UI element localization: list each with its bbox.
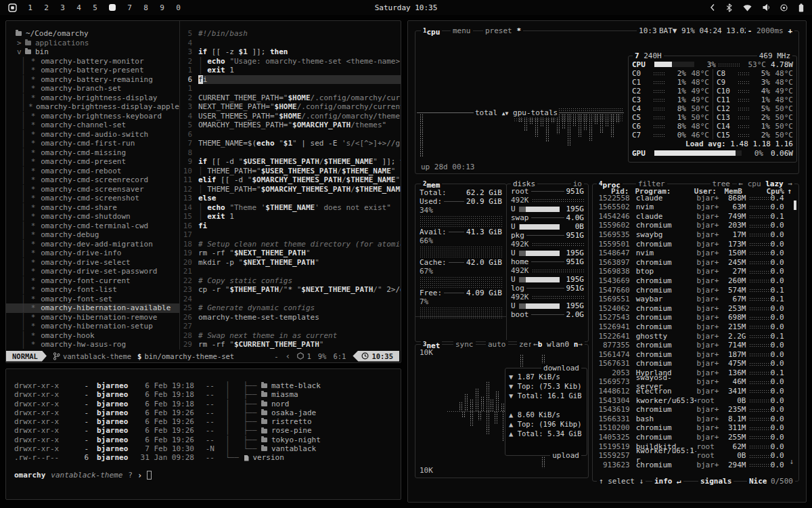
- code-line[interactable]: 12│ THEME_PATH="$OMARCHY_THEMES_PATH/$TH…: [180, 185, 401, 194]
- preset-button[interactable]: preset *: [483, 26, 523, 35]
- filter-button[interactable]: filter: [636, 179, 667, 188]
- code-line[interactable]: 8: [180, 148, 401, 158]
- tree-item[interactable]: │*omarchy-cmd-audio-switch: [6, 130, 179, 140]
- tree-item[interactable]: │*omarchy-drive-select: [6, 258, 179, 268]
- tree-item[interactable]: │*omarchy-cmd-reboot: [6, 167, 179, 176]
- tree-item[interactable]: │*omarchy-cmd-shutdown: [6, 212, 179, 221]
- chevron-icon[interactable]: v: [17, 47, 25, 57]
- tree-item[interactable]: │*omarchy-battery-monitor: [6, 57, 179, 66]
- process-row[interactable]: 1565502nvimbjar+63M0.0: [593, 203, 798, 212]
- code-line[interactable]: 19rm -rf "$NEXT_THEME_PATH": [180, 249, 401, 258]
- process-row[interactable]: 1527543chromiumbjar+698M0.0: [593, 313, 798, 322]
- shell-prompt[interactable]: omarchy vantablack-theme ? ›: [14, 471, 392, 480]
- proc-select-hint[interactable]: ↑ select ↓: [597, 477, 646, 486]
- tree-item[interactable]: │*omarchy-hook: [6, 331, 179, 341]
- cpu-graph-divider-label[interactable]: total ▲▼ gpu-totals: [474, 108, 559, 117]
- cpu-box-title[interactable]: 1cpu: [421, 26, 442, 35]
- tree-item[interactable]: │*omarchy-cmd-missing: [6, 148, 179, 158]
- process-row[interactable]: 1559257kworker/u65:1-rroot0B0.0: [593, 451, 798, 461]
- sort-selector[interactable]: ← cpu lazy →: [737, 179, 795, 188]
- code-line[interactable]: 4: [180, 39, 401, 48]
- code-line[interactable]: 4USER_THEMES_PATH="$HOME/.config/omarchy…: [180, 112, 401, 121]
- code-line[interactable]: 29rm -rf "$CURRENT_THEME_PATH": [180, 340, 401, 350]
- code-line[interactable]: 7THEME_NAME=$(echo "$1" | sed -E 's/<[^>…: [180, 139, 401, 148]
- tree-item[interactable]: │*omarchy-cmd-first-run: [6, 139, 179, 148]
- process-row[interactable]: 1547660chromiumbjar+574M0.1: [593, 286, 798, 295]
- process-row[interactable]: 1526941chromiumbjar+215M0.0: [593, 322, 798, 332]
- tree-item[interactable]: │*omarchy-debug: [6, 230, 179, 240]
- process-row[interactable]: 1569551waybarbjar+67M0.1: [593, 295, 798, 304]
- tree-item[interactable]: │*omarchy-cmd-screensaver: [6, 185, 179, 194]
- tree-item[interactable]: │*omarchy-brightness-display: [6, 93, 179, 103]
- code-line[interactable]: 3if [[ -z $1 ]]; then: [180, 47, 401, 57]
- auto-button[interactable]: auto: [486, 340, 508, 349]
- chevron-icon[interactable]: >: [17, 39, 25, 48]
- process-row[interactable]: 913623chromiumbjar+294M0.0: [593, 461, 798, 470]
- code-line[interactable]: 3NEXT_THEME_PATH="$HOME/.config/omarchy/…: [180, 102, 401, 112]
- workspace-active[interactable]: [109, 4, 116, 11]
- refresh-rate[interactable]: - 2000ms +: [746, 26, 794, 35]
- process-row[interactable]: 1567631chromiumbjar+475M0.0: [593, 359, 798, 368]
- tree-item[interactable]: │*omarchy-cmd-share: [6, 203, 179, 213]
- battery-icon[interactable]: [798, 3, 804, 12]
- tree-item[interactable]: │*omarchy-drive-set-password: [6, 267, 179, 276]
- workspace-1[interactable]: 1: [28, 3, 32, 12]
- code-line[interactable]: 5#!/bin/bash: [180, 29, 401, 39]
- tree-item[interactable]: │*omarchy-brightness-display-apple: [6, 102, 179, 112]
- code-line[interactable]: 17: [180, 230, 401, 240]
- io-toggle[interactable]: io: [571, 179, 584, 188]
- tree-item[interactable]: │*omarchy-cmd-screenshot: [6, 194, 179, 203]
- process-row[interactable]: 1569535swaybgbjar+17M0.0: [593, 230, 798, 240]
- sync-button[interactable]: sync: [453, 340, 476, 349]
- tree-item[interactable]: │*omarchy-battery-present: [6, 66, 179, 75]
- tree-item[interactable]: │*omarchy-cmd-present: [6, 157, 179, 167]
- proc-box-title[interactable]: 4proc: [597, 179, 623, 188]
- process-row[interactable]: 1510200chromiumbjar+311M0.0: [593, 423, 798, 433]
- process-row[interactable]: 1566331bashbjar+8.1M0.0: [593, 415, 798, 424]
- process-row[interactable]: 1559602chromiumbjar+203M0.0: [593, 221, 798, 230]
- tree-item[interactable]: │*omarchy-font-current: [6, 276, 179, 286]
- code-line[interactable]: 1: [180, 84, 401, 93]
- code-line[interactable]: 1│ exit 1: [180, 66, 401, 75]
- disks-box-title[interactable]: disks: [511, 179, 537, 188]
- code-line[interactable]: 24: [180, 295, 401, 304]
- code-line[interactable]: 25# Generate dynamic configs: [180, 303, 401, 313]
- tree-item[interactable]: >applications: [6, 39, 179, 48]
- signals-button[interactable]: signals: [698, 477, 734, 486]
- code-line[interactable]: 2│ echo "Usage: omarchy-theme-set <theme…: [180, 57, 401, 66]
- process-row[interactable]: 1405325chromiumbjar+255M0.0: [593, 433, 798, 442]
- process-row[interactable]: 1524062chromiumbjar+253M0.0: [593, 304, 798, 314]
- bluetooth-icon[interactable]: [726, 3, 732, 12]
- info-button[interactable]: info ↵: [652, 477, 683, 486]
- tree-item[interactable]: │*omarchy-brightness-keyboard: [6, 112, 179, 121]
- code-editor[interactable]: 5#!/bin/bash43if [[ -z $1 ]]; then2│ ech…: [179, 21, 401, 350]
- tree-item[interactable]: │*omarchy-battery-remaining: [6, 75, 179, 85]
- workspace-8[interactable]: 8: [143, 3, 148, 12]
- tree-item[interactable]: │*omarchy-hibernation-setup: [6, 322, 179, 331]
- tree-item[interactable]: │*omarchy-hw-asus-rog: [6, 340, 179, 350]
- code-line[interactable]: 13else: [180, 194, 401, 203]
- tree-item[interactable]: │*omarchy-branch-set: [6, 84, 179, 93]
- code-line[interactable]: 28# Swap next theme in as current: [180, 331, 401, 341]
- code-line[interactable]: 26omarchy-theme-set-templates: [180, 313, 401, 322]
- process-row[interactable]: 1448612electronbjar+341M0.0: [593, 387, 798, 396]
- code-line[interactable]: 11elif [[ -d "$OMARCHY_THEMES_PATH/$THEM…: [180, 175, 401, 185]
- tree-button[interactable]: tree: [710, 179, 733, 188]
- wifi-icon[interactable]: [743, 4, 752, 12]
- process-row[interactable]: 1569838btopbjar+27M0.0: [593, 267, 798, 276]
- proc-scrollbar-thumb[interactable]: [794, 200, 796, 210]
- tree-item[interactable]: │*omarchy-channel-set: [6, 121, 179, 130]
- tree-item[interactable]: ~/Code/omarchy: [6, 29, 179, 39]
- chevron-left-icon[interactable]: [710, 3, 715, 12]
- process-row[interactable]: 1454246claudebjar+749M0.1: [593, 212, 798, 221]
- tree-item[interactable]: │*omarchy-dev-add-migration: [6, 240, 179, 249]
- code-line[interactable]: 20mkdir -p "$NEXT_THEME_PATH": [180, 258, 401, 268]
- code-line[interactable]: 6: [180, 130, 401, 140]
- tree-item[interactable]: │*omarchy-hibernation-available: [6, 303, 179, 313]
- workspace-7[interactable]: 7: [127, 3, 132, 12]
- tree-item[interactable]: │*omarchy-font-list: [6, 285, 179, 295]
- volume-icon[interactable]: [763, 3, 769, 12]
- code-line[interactable]: 6fi: [180, 75, 401, 85]
- process-row[interactable]: 1522641ghosttybjar+2.2G0.1: [593, 332, 798, 341]
- terminal-window[interactable]: drwxr-xr-x-bjarneo6 Feb 19:18--│ ├── mat…: [5, 368, 401, 500]
